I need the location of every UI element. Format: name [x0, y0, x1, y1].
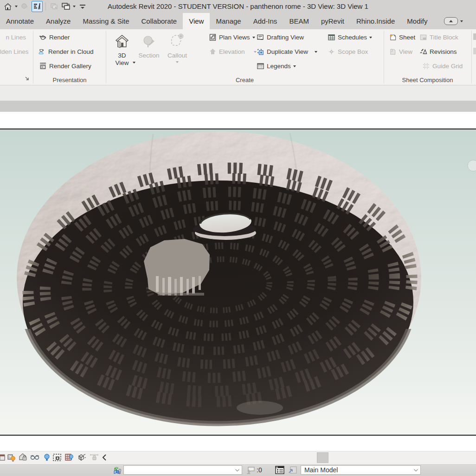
plan-views-icon	[209, 33, 217, 41]
design-options-dialog-icon[interactable]	[275, 465, 285, 475]
tab-pyrevit[interactable]: pyRevit	[315, 13, 350, 29]
render-in-cloud-icon	[38, 48, 46, 56]
render-gallery-button[interactable]: Render Gallery	[39, 62, 91, 70]
guide-grid-label: Guide Grid	[432, 63, 463, 70]
exclude-options-icon[interactable]	[288, 465, 298, 475]
crop-region-icon[interactable]	[52, 452, 62, 463]
panel-dialog-launcher-icon[interactable]	[24, 76, 30, 82]
view-control-bar	[0, 451, 476, 463]
ribbon-state-control	[444, 13, 463, 29]
schedules-label: Schedules	[338, 34, 367, 41]
ribbon-minimize-button[interactable]	[444, 17, 458, 25]
crop-view-icon[interactable]	[18, 452, 28, 463]
hidden-lines-partial[interactable]: lden Lines	[0, 48, 26, 55]
up-arrow-icon	[449, 20, 453, 22]
duplicate-view-caret[interactable]	[315, 51, 317, 53]
legends-caret[interactable]	[293, 65, 296, 67]
render-gallery-icon	[39, 62, 47, 70]
render-gallery-label: Render Gallery	[49, 63, 91, 70]
tab-modify[interactable]: Modify	[401, 13, 433, 29]
displacement-sets-icon[interactable]	[77, 452, 87, 463]
render-teapot-icon	[39, 33, 47, 41]
create-panel-title[interactable]: Create	[106, 76, 384, 84]
elevation-caret[interactable]	[254, 51, 257, 53]
status-bar: :0 Main Model	[0, 463, 476, 476]
plan-views-button[interactable]: Plan Views	[209, 33, 255, 41]
toolbar-band	[0, 101, 476, 112]
revisions-icon	[419, 48, 427, 56]
presentation-panel-title[interactable]: Presentation	[33, 76, 106, 84]
tab-beam[interactable]: BEAM	[283, 13, 315, 29]
tab-analyze[interactable]: Analyze	[40, 13, 77, 29]
ribbon-state-caret[interactable]	[460, 20, 463, 22]
tab-view[interactable]: View	[183, 13, 210, 29]
temporary-hide-isolate-icon[interactable]	[30, 452, 40, 463]
view-button[interactable]: View	[389, 48, 412, 56]
collapse-chevron-icon[interactable]	[101, 452, 108, 463]
elevation-button[interactable]: Elevation	[209, 48, 257, 56]
scope-box-button[interactable]: Scope Box	[328, 48, 368, 56]
3d-view-label: 3D View	[114, 52, 130, 67]
editing-requests-count[interactable]: :0	[257, 466, 262, 474]
title-block-label: Title Block	[430, 34, 458, 41]
3d-view-caret[interactable]	[133, 62, 135, 64]
plan-views-caret[interactable]	[252, 37, 255, 39]
title-block-button[interactable]: Title Block	[419, 33, 458, 41]
tab-add-ins[interactable]: Add-Ins	[247, 13, 283, 29]
revisions-label: Revisions	[430, 48, 457, 55]
legends-button[interactable]: Legends	[257, 62, 296, 70]
guide-grid-button[interactable]: Guide Grid	[422, 62, 463, 70]
window-title: Autodesk Revit 2020 - STUDENT VERSION - …	[0, 2, 476, 10]
shadows-toggle-icon[interactable]	[6, 452, 16, 463]
drawing-area[interactable]	[0, 129, 476, 436]
section-button[interactable]: Section	[136, 31, 161, 74]
section-icon	[141, 33, 157, 50]
render-label: Render	[49, 34, 70, 41]
thin-lines-partial[interactable]: n Lines	[0, 34, 26, 41]
callout-caret[interactable]	[176, 61, 179, 63]
options-bar	[0, 85, 476, 101]
partial-icon[interactable]	[0, 452, 6, 463]
revisions-button[interactable]: Revisions	[419, 48, 457, 56]
revit-window: Autodesk Revit 2020 - STUDENT VERSION - …	[0, 0, 476, 476]
schedules-button[interactable]: Schedules	[328, 33, 372, 41]
tab-annotate[interactable]: Annotate	[0, 13, 40, 29]
editing-requests-icon[interactable]	[246, 465, 256, 475]
3d-view-house-icon	[114, 33, 130, 50]
sheet-composition-panel-title[interactable]: Sheet Composition	[384, 76, 471, 84]
clipped-panel-icon	[473, 33, 476, 40]
tab-rhino-inside[interactable]: Rhino.Inside	[350, 13, 401, 29]
reveal-constraints-icon[interactable]	[89, 452, 99, 463]
drafting-view-icon	[257, 33, 264, 41]
sheet-button[interactable]: Sheet	[389, 33, 415, 41]
callout-icon	[169, 33, 186, 50]
design-option-combobox[interactable]: Main Model	[301, 465, 421, 475]
legends-label: Legends	[267, 63, 291, 70]
chevron-down-icon	[413, 469, 418, 472]
tab-manage[interactable]: Manage	[210, 13, 247, 29]
design-option-value: Main Model	[304, 466, 338, 474]
tab-massing-site[interactable]: Massing & Site	[77, 13, 135, 29]
elevation-icon	[209, 48, 217, 56]
duplicate-view-button[interactable]: Duplicate View	[257, 48, 317, 56]
render-in-cloud-label: Render in Cloud	[48, 48, 94, 55]
interior-light-patch	[144, 239, 210, 296]
horizontal-scrollbar-thumb[interactable]	[317, 452, 328, 463]
render-in-cloud-button[interactable]: Render in Cloud	[38, 48, 94, 56]
scope-box-label: Scope Box	[338, 48, 368, 55]
view-label: View	[399, 48, 412, 55]
sheet-label: Sheet	[399, 34, 415, 41]
tab-collaborate[interactable]: Collaborate	[135, 13, 183, 29]
chevron-down-icon	[235, 469, 240, 472]
elevation-label: Elevation	[219, 48, 245, 55]
clipped-panel-icon	[473, 48, 476, 54]
analytical-model-icon[interactable]	[64, 452, 74, 463]
reveal-hidden-elements-icon[interactable]	[42, 452, 52, 463]
schedules-caret[interactable]	[369, 37, 372, 39]
render-button[interactable]: Render	[39, 33, 70, 41]
3d-view-button[interactable]: 3D View	[109, 31, 135, 74]
active-workset-combobox[interactable]	[123, 465, 242, 475]
callout-button[interactable]: Callout	[163, 31, 191, 74]
schedules-icon	[328, 33, 335, 41]
drafting-view-button[interactable]: Drafting View	[257, 33, 304, 41]
